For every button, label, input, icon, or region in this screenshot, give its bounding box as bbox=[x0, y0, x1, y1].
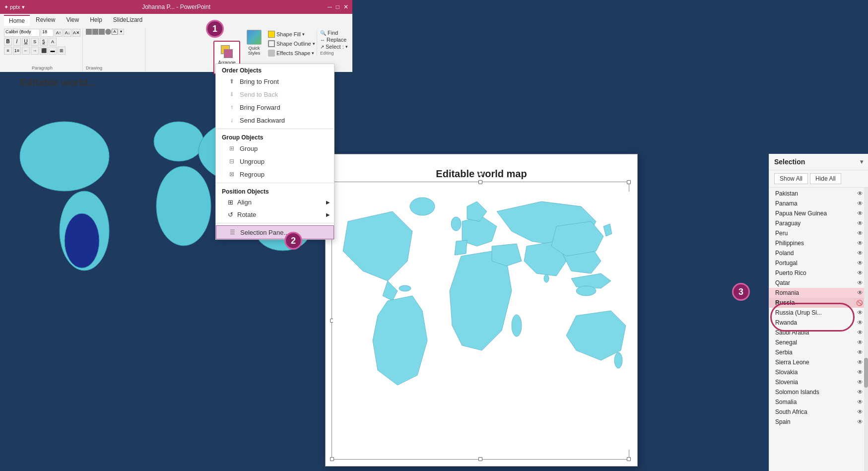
panel-scrollbar[interactable] bbox=[864, 188, 868, 471]
selection-list-item[interactable]: Papua New Guinea👁 bbox=[769, 208, 868, 218]
handle-br[interactable] bbox=[627, 457, 631, 461]
tab-view[interactable]: View bbox=[61, 15, 84, 26]
shape-text-btn[interactable]: A bbox=[112, 29, 118, 35]
bold-btn[interactable]: B bbox=[4, 38, 12, 46]
indent-more-btn[interactable]: → bbox=[31, 47, 39, 55]
show-all-button[interactable]: Show All bbox=[774, 173, 808, 184]
rotation-handle[interactable] bbox=[478, 172, 482, 176]
selection-list-item[interactable]: Russia (Urup Si...👁 bbox=[769, 308, 868, 318]
columns-btn[interactable]: ⊞ bbox=[58, 47, 66, 55]
maximize-btn-back[interactable]: □ bbox=[336, 3, 339, 10]
visibility-icon[interactable]: 👁 bbox=[857, 240, 863, 247]
quick-styles-button[interactable]: Quick Styles bbox=[242, 30, 266, 66]
indent-less-btn[interactable]: ← bbox=[22, 47, 30, 55]
selection-list-item[interactable]: Peru👁 bbox=[769, 228, 868, 238]
visibility-icon[interactable]: 👁 bbox=[857, 349, 863, 356]
visibility-icon[interactable]: 👁 bbox=[857, 339, 863, 346]
align-center-btn[interactable]: ▬ bbox=[49, 47, 57, 55]
panel-collapse-icon[interactable]: ▾ bbox=[860, 158, 863, 165]
visibility-icon[interactable]: 👁 bbox=[857, 329, 863, 336]
handle-tr[interactable] bbox=[627, 180, 631, 184]
rotate-item[interactable]: ↺ Rotate ▶ bbox=[216, 208, 334, 221]
selection-list-item[interactable]: Slovakia👁 bbox=[769, 367, 868, 377]
selection-list-item[interactable]: Solomon Islands👁 bbox=[769, 387, 868, 397]
align-item[interactable]: ⊞ Align ▶ bbox=[216, 196, 334, 208]
visibility-icon[interactable]: 👁 bbox=[857, 210, 863, 217]
find-btn[interactable]: 🔍 Find bbox=[320, 30, 348, 36]
send-to-back-item[interactable]: ⬇ Send to Back bbox=[216, 88, 334, 101]
shape-fill-btn[interactable]: Shape Fill ▾ bbox=[266, 30, 317, 39]
selection-list-item[interactable]: Panama👁 bbox=[769, 199, 868, 208]
visibility-icon[interactable]: 👁 bbox=[857, 190, 863, 197]
tab-slidelizard[interactable]: SlideLizard bbox=[108, 15, 147, 26]
visibility-icon[interactable]: 👁 bbox=[857, 250, 863, 257]
handle-tm[interactable] bbox=[478, 180, 482, 184]
minimize-btn-back[interactable]: ─ bbox=[328, 3, 332, 10]
selection-list-item[interactable]: Russia🚫 bbox=[769, 298, 868, 308]
selection-list-item[interactable]: Qatar👁 bbox=[769, 278, 868, 288]
shape-effects-btn[interactable]: Effects Shape ▾ bbox=[266, 49, 317, 58]
visibility-icon[interactable]: 👁 bbox=[857, 379, 863, 386]
regroup-item[interactable]: ⊠ Regroup bbox=[216, 168, 334, 181]
visibility-icon[interactable]: 👁 bbox=[857, 230, 863, 237]
bullets-btn[interactable]: ≡ bbox=[4, 47, 12, 55]
selection-list-item[interactable]: Portugal👁 bbox=[769, 258, 868, 268]
selection-list-item[interactable]: Paraguay👁 bbox=[769, 218, 868, 228]
send-backward-item[interactable]: ↓ Send Backward bbox=[216, 114, 334, 127]
visibility-icon[interactable]: 👁 bbox=[857, 200, 863, 207]
visibility-icon[interactable]: 👁 bbox=[857, 319, 863, 326]
selection-list-item[interactable]: Serbia👁 bbox=[769, 347, 868, 357]
visibility-icon[interactable]: 👁 bbox=[857, 269, 863, 276]
font-shrink-btn[interactable]: A↓ bbox=[64, 29, 71, 37]
italic-btn[interactable]: I bbox=[13, 38, 21, 46]
visibility-icon[interactable]: 👁 bbox=[857, 220, 863, 227]
select-btn[interactable]: ↗ Select : ▾ bbox=[320, 44, 348, 50]
tab-home[interactable]: Home bbox=[4, 15, 30, 26]
scrollbar-thumb[interactable] bbox=[864, 358, 868, 388]
ungroup-item[interactable]: ⊟ Ungroup bbox=[216, 155, 334, 168]
visibility-icon[interactable]: 🚫 bbox=[856, 300, 863, 306]
tab-help[interactable]: Help bbox=[85, 15, 107, 26]
visibility-icon[interactable]: 👁 bbox=[857, 279, 863, 286]
selection-list-item[interactable]: Somalia👁 bbox=[769, 397, 868, 407]
shape-line-btn[interactable] bbox=[92, 29, 98, 35]
visibility-icon[interactable]: 👁 bbox=[857, 418, 863, 425]
handle-bm[interactable] bbox=[478, 457, 482, 461]
font-size-box[interactable]: 18 bbox=[41, 29, 54, 37]
selection-list-item[interactable]: Sierra Leone👁 bbox=[769, 357, 868, 367]
bring-to-front-item[interactable]: ⬆ Bring to Front bbox=[216, 75, 334, 88]
visibility-icon[interactable]: 👁 bbox=[857, 289, 863, 296]
visibility-icon[interactable]: 👁 bbox=[857, 408, 863, 415]
tab-review[interactable]: Review bbox=[31, 15, 60, 26]
shape-rect-btn[interactable] bbox=[86, 29, 92, 35]
selection-list-item[interactable]: Spain👁 bbox=[769, 417, 868, 427]
close-btn-back[interactable]: ✕ bbox=[343, 3, 348, 10]
shape-more-btn[interactable]: ▾ bbox=[118, 29, 124, 35]
selection-list-item[interactable]: Puerto Rico👁 bbox=[769, 268, 868, 278]
handle-bl[interactable] bbox=[330, 457, 334, 461]
shape-oval-btn[interactable] bbox=[105, 29, 111, 35]
selection-list-item[interactable]: Slovenia👁 bbox=[769, 377, 868, 387]
selection-list-item[interactable]: Pakistan👁 bbox=[769, 189, 868, 199]
shadow-btn[interactable]: S̲ bbox=[40, 38, 48, 46]
selection-pane-item[interactable]: ☰ Selection Pane... bbox=[216, 225, 334, 239]
selection-list-item[interactable]: Philippines👁 bbox=[769, 238, 868, 248]
font-grow-btn[interactable]: A↑ bbox=[55, 29, 63, 37]
shape-arrow-btn[interactable] bbox=[99, 29, 105, 35]
font-color-btn[interactable]: A bbox=[49, 38, 57, 46]
visibility-icon[interactable]: 👁 bbox=[857, 399, 863, 405]
font-name-box[interactable]: Calibri (Body bbox=[4, 29, 40, 37]
shape-outline-btn[interactable]: Shape Outline ▾ bbox=[266, 39, 317, 48]
clear-format-btn[interactable]: A✕ bbox=[72, 29, 80, 37]
visibility-icon[interactable]: 👁 bbox=[857, 389, 863, 396]
selection-list-item[interactable]: Saudi Arabia👁 bbox=[769, 328, 868, 337]
align-left-btn[interactable]: ⬛ bbox=[40, 47, 48, 55]
strikethrough-btn[interactable]: S bbox=[31, 38, 39, 46]
selection-list-item[interactable]: South Africa👁 bbox=[769, 407, 868, 417]
selection-list-item[interactable]: Rwanda👁 bbox=[769, 318, 868, 328]
replace-btn[interactable]: ↔ Replace bbox=[320, 37, 348, 43]
visibility-icon[interactable]: 👁 bbox=[857, 359, 863, 366]
visibility-icon[interactable]: 👁 bbox=[857, 309, 863, 316]
group-item[interactable]: ⊞ Group bbox=[216, 142, 334, 155]
bring-forward-item[interactable]: ↑ Bring Forward bbox=[216, 101, 334, 114]
